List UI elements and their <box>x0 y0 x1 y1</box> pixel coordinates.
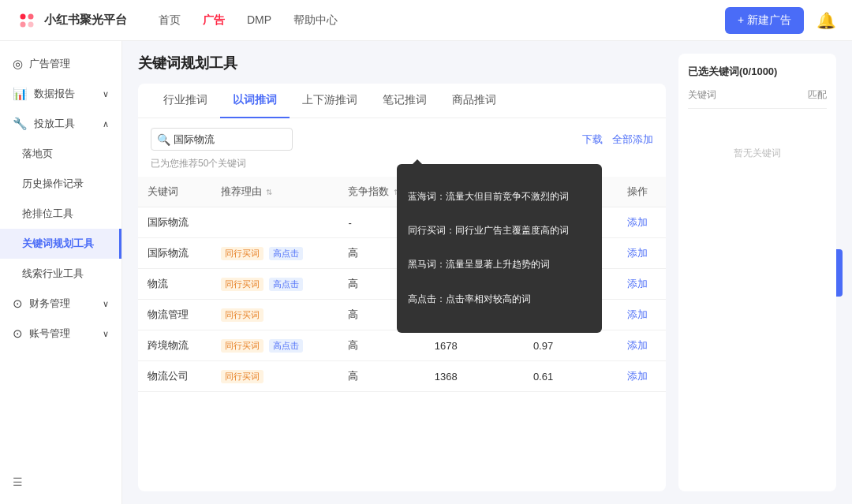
col-action: 操作 <box>618 177 666 207</box>
right-edge-bar[interactable] <box>836 249 843 297</box>
tag-badge: 高点击 <box>269 278 303 291</box>
cell-reason: 同行买词 <box>211 361 339 392</box>
sidebar-collapse-button[interactable]: ☰ <box>0 468 121 496</box>
reason-tag: 同行买词 <box>221 370 263 383</box>
search-input[interactable] <box>151 128 293 151</box>
tab-by-word[interactable]: 以词推词 <box>220 84 290 118</box>
add-keyword-button[interactable]: 添加 <box>627 339 648 351</box>
svg-point-1 <box>28 13 34 19</box>
cell-reason <box>211 207 339 238</box>
right-col-header: 关键词 匹配 <box>688 88 827 109</box>
cell-monthly: 1368 <box>425 361 524 392</box>
logo-text: 小红书聚光平台 <box>44 13 127 28</box>
sidebar-item-placement-tools[interactable]: 🔧 投放工具 ∧ <box>0 109 121 139</box>
tab-product[interactable]: 商品推词 <box>439 84 509 118</box>
sidebar-item-label: 抢排位工具 <box>22 207 73 221</box>
tab-note[interactable]: 笔记推词 <box>370 84 439 118</box>
main-panel: 关键词规划工具 行业推词 以词推词 上下游推词 笔记推词 商品推词 🔍 <box>138 54 666 491</box>
tab-industry[interactable]: 行业推词 <box>151 84 220 118</box>
placement-tools-icon: 🔧 <box>13 117 28 131</box>
right-col-keyword: 关键词 <box>688 88 802 102</box>
action-links: 下载 全部添加 <box>582 133 653 147</box>
sidebar-item-label: 数据报告 <box>34 87 75 101</box>
nav-ad[interactable]: 广告 <box>203 13 225 28</box>
page-title: 关键词规划工具 <box>138 54 666 73</box>
download-link[interactable]: 下载 <box>582 133 603 147</box>
right-col-match: 匹配 <box>808 88 827 102</box>
no-data-text: 暂无关键词 <box>688 147 827 160</box>
col-keyword: 关键词 <box>138 177 211 207</box>
sidebar: ◎ 广告管理 📊 数据报告 ∨ 🔧 投放工具 ∧ 落地页 历史操作记录 抢排位工… <box>0 41 122 504</box>
account-icon: ⊙ <box>13 327 23 341</box>
cell-action: 添加 <box>618 361 666 392</box>
add-keyword-button[interactable]: 添加 <box>627 247 648 259</box>
cell-reason: 同行买词 高点击 <box>211 269 339 300</box>
cell-monthly: 1678 <box>425 330 524 361</box>
sidebar-item-history[interactable]: 历史操作记录 <box>0 169 121 199</box>
svg-point-2 <box>21 21 26 27</box>
add-keyword-button[interactable]: 添加 <box>627 278 648 289</box>
right-panel: 已选关键词(0/1000) 关键词 匹配 暂无关键词 <box>678 54 836 491</box>
data-report-icon: 📊 <box>13 87 28 101</box>
nav-help[interactable]: 帮助中心 <box>293 13 338 28</box>
tooltip-line-3: 黑马词：流量呈显著上升趋势的词 <box>408 256 591 274</box>
cell-reason: 同行买词 高点击 <box>211 238 339 269</box>
finance-icon: ⊙ <box>13 297 23 311</box>
add-all-link[interactable]: 全部添加 <box>612 133 653 147</box>
reason-tag: 同行买词 <box>221 308 263 322</box>
top-nav: 小红书聚光平台 首页 广告 DMP 帮助中心 + 新建广告 🔔 <box>0 0 852 41</box>
cell-price: 0.61 <box>524 361 618 392</box>
tooltip-box: 蓝海词：流量大但目前竞争不激烈的词 同行买词：同行业广告主覆盖度高的词 黑马词：… <box>397 164 602 333</box>
ad-manage-icon: ◎ <box>13 57 23 71</box>
collapse-icon: ☰ <box>13 476 23 488</box>
sidebar-item-label: 财务管理 <box>29 297 70 311</box>
sidebar-item-landing[interactable]: 落地页 <box>0 139 121 169</box>
new-ad-button[interactable]: + 新建广告 <box>725 7 804 34</box>
add-keyword-button[interactable]: 添加 <box>627 216 648 228</box>
sidebar-item-label: 投放工具 <box>34 117 75 131</box>
reason-tag: 同行买词 <box>221 339 263 353</box>
sidebar-item-finance[interactable]: ⊙ 财务管理 ∨ <box>0 289 121 319</box>
nav-dmp[interactable]: DMP <box>247 13 271 28</box>
right-panel-title: 已选关键词(0/1000) <box>688 65 827 79</box>
search-area: 🔍 蓝海词：流量大但目前竞争不激烈的词 同行买词：同行业广告主覆盖度高的词 黑马… <box>138 118 666 154</box>
cell-action: 添加 <box>618 207 666 238</box>
nav-home[interactable]: 首页 <box>159 13 181 28</box>
cell-competition: 高 <box>338 330 424 361</box>
search-input-wrap: 🔍 <box>151 128 293 151</box>
col-reason[interactable]: 推荐理由 ⇅ <box>211 177 339 207</box>
nav-right: + 新建广告 🔔 <box>725 7 836 34</box>
svg-point-0 <box>21 13 26 19</box>
cell-keyword: 物流公司 <box>138 361 211 392</box>
add-keyword-button[interactable]: 添加 <box>627 370 648 382</box>
cell-keyword: 物流 <box>138 269 211 300</box>
bell-icon[interactable]: 🔔 <box>816 11 836 30</box>
cell-price: 0.97 <box>524 330 618 361</box>
cell-reason: 同行买词 高点击 <box>211 330 339 361</box>
sidebar-item-label: 广告管理 <box>29 57 70 71</box>
cell-competition: 高 <box>338 361 424 392</box>
cell-keyword: 国际物流 <box>138 238 211 269</box>
cell-keyword: 物流管理 <box>138 300 211 330</box>
svg-point-3 <box>28 21 34 27</box>
sidebar-item-label: 落地页 <box>22 147 53 161</box>
sidebar-item-account[interactable]: ⊙ 账号管理 ∨ <box>0 319 121 349</box>
cell-reason: 同行买词 <box>211 300 339 330</box>
nav-links: 首页 广告 DMP 帮助中心 <box>159 13 725 28</box>
logo-icon <box>16 9 38 32</box>
sidebar-item-data-report[interactable]: 📊 数据报告 ∨ <box>0 79 121 109</box>
add-keyword-button[interactable]: 添加 <box>627 308 648 320</box>
cell-action: 添加 <box>618 330 666 361</box>
sidebar-item-label: 历史操作记录 <box>22 177 84 191</box>
reason-tag: 同行买词 <box>221 278 263 291</box>
reason-tag: 同行买词 <box>221 247 263 260</box>
sidebar-item-leads[interactable]: 线索行业工具 <box>0 259 121 289</box>
sidebar-item-keyword-plan[interactable]: 关键词规划工具 <box>0 229 121 259</box>
keyword-card: 行业推词 以词推词 上下游推词 笔记推词 商品推词 🔍 蓝海词：流量大 <box>138 84 666 491</box>
tab-upstream[interactable]: 上下游推词 <box>290 84 370 118</box>
table-row: 跨境物流 同行买词 高点击 高 1678 0.97 添加 <box>138 330 666 361</box>
sidebar-item-rank[interactable]: 抢排位工具 <box>0 199 121 229</box>
sidebar-item-ad-manage[interactable]: ◎ 广告管理 <box>0 49 121 79</box>
chevron-down-icon: ∨ <box>103 329 109 339</box>
cell-action: 添加 <box>618 300 666 330</box>
